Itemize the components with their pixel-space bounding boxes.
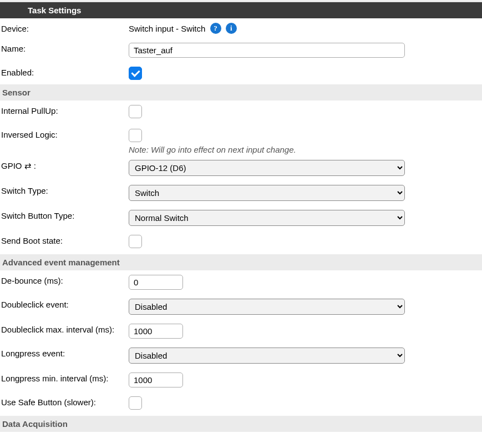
doubleclick-event-row: Doubleclick event: Disabled bbox=[0, 294, 482, 319]
use-safe-label: Use Safe Button (slower): bbox=[1, 396, 129, 407]
name-row: Name: bbox=[0, 38, 482, 62]
switch-type-row: Switch Type: Switch bbox=[0, 180, 482, 205]
enabled-row: Enabled: bbox=[0, 62, 482, 84]
sensor-section-header: Sensor bbox=[0, 84, 482, 100]
internal-pullup-checkbox[interactable] bbox=[129, 105, 142, 118]
switch-type-label: Switch Type: bbox=[1, 185, 129, 195]
inversed-logic-checkbox[interactable] bbox=[129, 129, 142, 142]
device-label: Device: bbox=[1, 23, 129, 33]
inversed-logic-label: Inversed Logic: bbox=[1, 129, 129, 139]
longpress-min-label: Longpress min. interval (ms): bbox=[1, 373, 129, 383]
info-icon[interactable]: i bbox=[226, 23, 237, 34]
doubleclick-max-row: Doubleclick max. interval (ms): bbox=[0, 319, 482, 343]
debounce-input[interactable] bbox=[129, 275, 183, 290]
enabled-label: Enabled: bbox=[1, 67, 129, 77]
internal-pullup-label: Internal PullUp: bbox=[1, 105, 129, 115]
device-row: Device: Switch input - Switch ? i bbox=[0, 18, 482, 38]
longpress-event-select[interactable]: Disabled bbox=[129, 348, 405, 364]
name-label: Name: bbox=[1, 43, 129, 53]
gpio-label: GPIO ⇄ : bbox=[1, 160, 129, 171]
doubleclick-event-label: Doubleclick event: bbox=[1, 299, 129, 309]
gpio-select[interactable]: GPIO-12 (D6) bbox=[129, 160, 405, 176]
longpress-event-row: Longpress event: Disabled bbox=[0, 343, 482, 368]
doubleclick-event-select[interactable]: Disabled bbox=[129, 299, 405, 315]
debounce-row: De-bounce (ms): bbox=[0, 270, 482, 294]
longpress-min-row: Longpress min. interval (ms): bbox=[0, 368, 482, 392]
send-boot-checkbox[interactable] bbox=[129, 235, 142, 248]
debounce-label: De-bounce (ms): bbox=[1, 275, 129, 285]
device-value: Switch input - Switch bbox=[129, 24, 205, 33]
inversed-logic-note: Note: Will go into effect on next input … bbox=[129, 145, 481, 154]
send-boot-row: Send Boot state: bbox=[0, 230, 482, 254]
use-safe-checkbox[interactable] bbox=[129, 396, 142, 410]
inversed-logic-row: Inversed Logic: Note: Will go into effec… bbox=[0, 124, 482, 155]
use-safe-row: Use Safe Button (slower): bbox=[0, 392, 482, 416]
switch-button-type-select[interactable]: Normal Switch bbox=[129, 210, 405, 226]
switch-button-type-label: Switch Button Type: bbox=[1, 210, 129, 220]
switch-type-select[interactable]: Switch bbox=[129, 185, 405, 201]
help-icon[interactable]: ? bbox=[210, 23, 221, 34]
gpio-row: GPIO ⇄ : GPIO-12 (D6) bbox=[0, 155, 482, 180]
send-boot-label: Send Boot state: bbox=[1, 235, 129, 245]
task-settings-header: Task Settings bbox=[0, 2, 482, 18]
internal-pullup-row: Internal PullUp: bbox=[0, 100, 482, 124]
doubleclick-max-input[interactable] bbox=[129, 324, 183, 339]
advanced-section-header: Advanced event management bbox=[0, 254, 482, 270]
switch-button-type-row: Switch Button Type: Normal Switch bbox=[0, 205, 482, 230]
longpress-event-label: Longpress event: bbox=[1, 348, 129, 358]
longpress-min-input[interactable] bbox=[129, 373, 183, 387]
name-input[interactable] bbox=[129, 43, 405, 58]
enabled-checkbox[interactable] bbox=[129, 67, 142, 80]
data-acquisition-section-header: Data Acquisition bbox=[0, 416, 482, 432]
doubleclick-max-label: Doubleclick max. interval (ms): bbox=[1, 324, 129, 334]
